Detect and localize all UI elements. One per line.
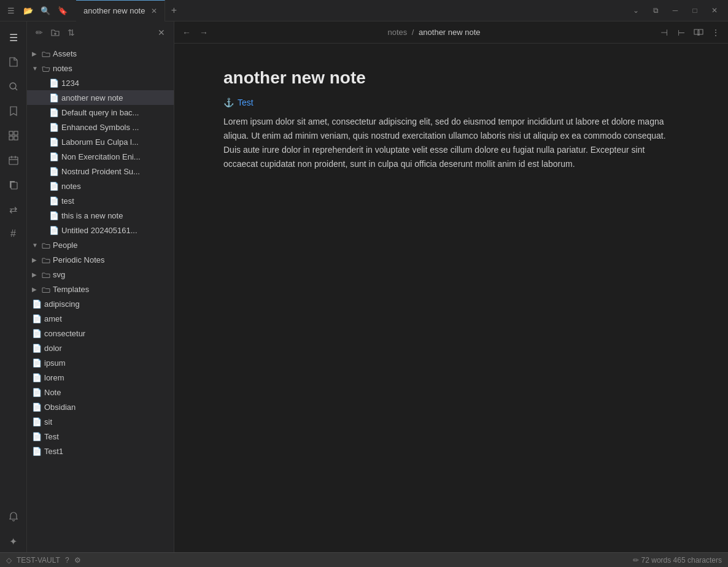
first-page-button[interactable]: ⊣ [657,25,672,40]
sidebar-item-notes-folder[interactable]: ▼ notes [27,61,174,75]
sidebar-item-assets[interactable]: ▶ Assets [27,46,174,61]
sidebar-item-people[interactable]: ▼ People [27,237,174,252]
file-icon: 📄 [32,314,42,323]
list-item[interactable]: 📄 Default query in bac... [27,105,174,120]
list-item[interactable]: 📄 Laborum Eu Culpa l... [27,134,174,149]
settings-icon[interactable]: ⚙ [74,556,81,565]
anchor-icon: ⚓ [223,98,234,107]
file-icon: 📄 [49,226,59,235]
list-item[interactable]: 📄 consectetur [27,326,174,341]
file-label: Laborum Eu Culpa l... [61,137,139,147]
activity-calendar-icon[interactable] [2,149,25,171]
activity-bookmarks-icon[interactable] [2,100,25,122]
new-tab-button[interactable]: + [165,2,182,19]
activity-bar: ☰ [0,21,27,552]
list-item[interactable]: 📄 notes [27,179,174,193]
file-label: Default query in bac... [61,108,139,117]
open-file-icon[interactable]: 📂 [22,4,34,17]
more-options-button[interactable]: ⋮ [708,25,723,40]
file-icon: 📄 [49,152,59,161]
sidebar-toggle-icon[interactable]: ☰ [5,4,17,17]
document-link[interactable]: ⚓ Test [223,98,679,107]
activity-grid-icon[interactable] [2,125,25,147]
file-label: amet [44,314,62,323]
breadcrumb: notes / another new note [214,28,654,37]
back-button[interactable]: ← [179,25,194,40]
file-icon: 📄 [49,123,59,132]
file-icon: 📄 [32,417,42,426]
list-item[interactable]: 📄 sit [27,414,174,429]
list-item[interactable]: 📄 test [27,193,174,208]
sidebar-item-svg[interactable]: ▶ svg [27,267,174,282]
vault-icon: ◇ [6,556,12,565]
folder-open-icon [42,64,50,73]
editor-content[interactable]: another new note ⚓ Test Lorem ipsum dolo… [174,44,728,552]
close-sidebar-button[interactable]: ✕ [154,25,169,40]
list-item[interactable]: 📄 dolor [27,341,174,355]
active-tab[interactable]: another new note ✕ [76,0,165,21]
list-item[interactable]: 📄 Test [27,429,174,444]
sidebar-item-periodic-notes[interactable]: ▶ Periodic Notes [27,252,174,267]
bookmark-icon[interactable]: 🔖 [56,4,69,17]
list-item[interactable]: 📄 adipiscing [27,296,174,311]
activity-star-icon[interactable]: ✦ [2,530,25,552]
list-item[interactable]: 📄 lorem [27,370,174,385]
file-label: adipiscing [44,299,80,309]
file-icon: 📄 [32,373,42,382]
help-icon[interactable]: ? [65,556,69,565]
last-page-button[interactable]: ⊢ [674,25,689,40]
reading-view-button[interactable] [691,25,706,40]
list-item[interactable]: 📄 another new note [27,90,174,105]
sidebar: ✏ ⇅ ✕ ▶ Assets [27,21,174,552]
file-label: Nostrud Proident Su... [61,167,140,176]
file-label: Obsidian [44,403,76,412]
list-item[interactable]: 📄 this is a new note [27,208,174,223]
minimize-button[interactable]: ─ [667,2,684,19]
editor-area: ← → notes / another new note ⊣ ⊢ ⋮ [174,21,728,552]
new-folder-button[interactable] [48,25,63,40]
list-item[interactable]: 📄 Nostrud Proident Su... [27,164,174,179]
close-button[interactable]: ✕ [706,2,723,19]
svg-rect-3 [14,131,18,135]
arrow-icon: ▼ [32,65,39,72]
document-title: another new note [223,68,679,88]
templates-label: Templates [53,285,89,294]
sort-button[interactable]: ⇅ [64,25,79,40]
vault-name[interactable]: TEST-VAULT [17,556,60,565]
split-editor-button[interactable]: ⧉ [647,2,664,19]
file-icon: 📄 [49,182,59,191]
forward-button[interactable]: → [196,25,211,40]
folder-icon [42,49,50,58]
activity-search-icon[interactable] [2,75,25,98]
sidebar-item-templates[interactable]: ▶ Templates [27,282,174,296]
maximize-button[interactable]: □ [686,2,703,19]
arrow-icon: ▶ [32,50,39,57]
file-icon: 📄 [32,299,42,309]
activity-tag-icon[interactable]: # [2,223,25,245]
list-item[interactable]: 📄 Untitled 202405161... [27,223,174,237]
activity-sidebar-icon[interactable]: ☰ [2,26,25,48]
tabs-bar: another new note ✕ + [76,0,625,21]
new-note-button[interactable]: ✏ [32,25,47,40]
svg-line-1 [15,88,17,91]
file-label: ipsum [44,358,66,368]
tab-close-button[interactable]: ✕ [151,7,157,15]
activity-bell-icon[interactable] [2,506,25,528]
file-icon: 📄 [32,329,42,338]
list-item[interactable]: 📄 amet [27,311,174,326]
main-layout: ☰ [0,21,728,552]
list-item[interactable]: 📄 Test1 [27,444,174,458]
activity-files-icon[interactable] [2,51,25,73]
file-icon: 📄 [49,167,59,176]
list-item[interactable]: 📄 Non Exercitation Eni... [27,149,174,164]
list-item[interactable]: 📄 ipsum [27,355,174,370]
dropdown-button[interactable]: ⌄ [627,2,645,19]
list-item[interactable]: 📄 Obsidian [27,399,174,414]
activity-diff-icon[interactable]: ⇄ [2,198,25,220]
search-icon[interactable]: 🔍 [39,4,52,17]
list-item[interactable]: 📄 Enhanced Symbols ... [27,120,174,134]
status-right: ✏ 72 words 465 characters [633,556,722,565]
activity-copy-icon[interactable] [2,174,25,196]
list-item[interactable]: 📄 1234 [27,75,174,90]
list-item[interactable]: 📄 Note [27,385,174,399]
